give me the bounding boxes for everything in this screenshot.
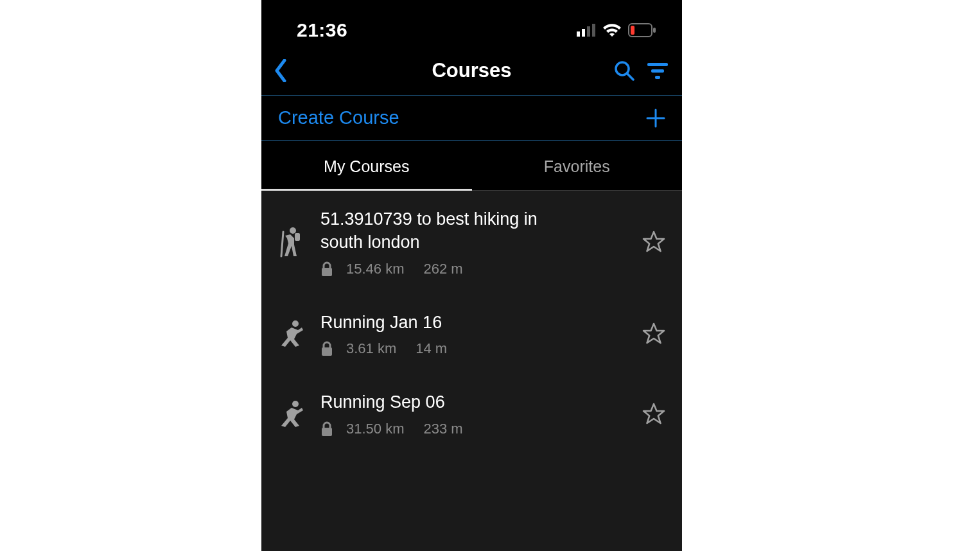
course-elevation: 233 m	[424, 421, 463, 437]
tab-favorites[interactable]: Favorites	[472, 141, 683, 190]
status-bar: 21:36	[261, 0, 682, 48]
svg-marker-21	[643, 324, 664, 343]
svg-rect-20	[322, 347, 332, 356]
filter-button[interactable]	[646, 62, 669, 80]
course-title: 51.3910739 to best hiking in south londo…	[320, 207, 564, 254]
running-icon	[276, 320, 306, 348]
svg-rect-1	[582, 29, 585, 37]
cellular-signal-icon	[577, 24, 596, 37]
favorite-star-button[interactable]	[640, 320, 668, 348]
svg-rect-6	[631, 26, 634, 35]
course-meta: 3.61 km 14 m	[320, 340, 626, 357]
tab-my-courses[interactable]: My Courses	[261, 141, 472, 190]
back-button[interactable]	[274, 59, 287, 82]
svg-rect-17	[322, 268, 332, 276]
page-title: Courses	[432, 59, 511, 82]
course-elevation: 262 m	[424, 261, 463, 277]
course-distance: 3.61 km	[346, 340, 396, 357]
svg-rect-10	[651, 69, 664, 73]
svg-rect-5	[653, 28, 656, 33]
svg-marker-18	[643, 232, 664, 251]
tabs: My Courses Favorites	[261, 141, 682, 191]
course-item-body: Running Jan 16 3.61 km 14 m	[320, 311, 626, 357]
course-item-body: 51.3910739 to best hiking in south londo…	[320, 207, 626, 277]
create-course-button[interactable]: Create Course	[261, 96, 682, 140]
course-distance: 31.50 km	[346, 421, 405, 437]
course-item[interactable]: 51.3910739 to best hiking in south londo…	[261, 191, 682, 294]
navigation-bar: Courses	[261, 48, 682, 95]
favorite-star-button[interactable]	[640, 228, 668, 256]
svg-rect-3	[592, 24, 595, 37]
lock-icon	[320, 341, 333, 356]
status-indicators	[577, 23, 656, 37]
search-button[interactable]	[614, 60, 634, 81]
course-meta: 31.50 km 233 m	[320, 421, 626, 437]
course-distance: 15.46 km	[346, 261, 405, 277]
course-item[interactable]: Running Sep 06 31.50 km 233 m	[261, 374, 682, 453]
course-elevation: 14 m	[416, 340, 447, 357]
running-icon	[276, 400, 306, 428]
plus-icon	[646, 109, 665, 128]
course-item[interactable]: Running Jan 16 3.61 km 14 m	[261, 294, 682, 374]
course-title: Running Sep 06	[320, 390, 564, 414]
svg-rect-23	[322, 428, 332, 436]
svg-rect-2	[587, 26, 590, 37]
create-course-label: Create Course	[278, 107, 399, 128]
svg-marker-24	[643, 404, 664, 423]
battery-low-icon	[628, 23, 656, 37]
svg-point-14	[290, 227, 296, 234]
svg-line-15	[281, 232, 283, 256]
hiking-icon	[276, 227, 306, 258]
svg-point-22	[292, 401, 299, 407]
course-item-body: Running Sep 06 31.50 km 233 m	[320, 390, 626, 437]
course-title: Running Jan 16	[320, 311, 564, 334]
lock-icon	[320, 261, 333, 277]
svg-point-19	[292, 320, 299, 327]
status-time: 21:36	[297, 19, 347, 41]
phone-frame: 21:36	[261, 0, 682, 551]
svg-rect-9	[647, 63, 668, 66]
svg-rect-16	[295, 233, 300, 241]
svg-rect-11	[655, 76, 660, 79]
course-list: 51.3910739 to best hiking in south londo…	[261, 191, 682, 551]
wifi-icon	[602, 23, 622, 37]
favorite-star-button[interactable]	[640, 400, 668, 428]
lock-icon	[320, 421, 333, 437]
svg-rect-0	[577, 31, 580, 37]
svg-line-8	[627, 74, 633, 80]
course-meta: 15.46 km 262 m	[320, 261, 626, 277]
